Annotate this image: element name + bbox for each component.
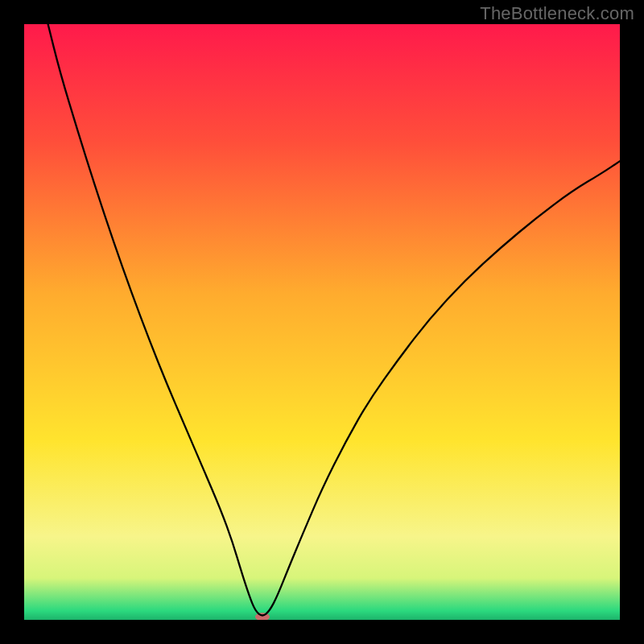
gradient-background: [24, 24, 620, 620]
plot-area: [24, 24, 620, 620]
chart-frame: TheBottleneck.com: [0, 0, 644, 644]
watermark-text: TheBottleneck.com: [480, 3, 634, 24]
chart-svg: [24, 24, 620, 620]
